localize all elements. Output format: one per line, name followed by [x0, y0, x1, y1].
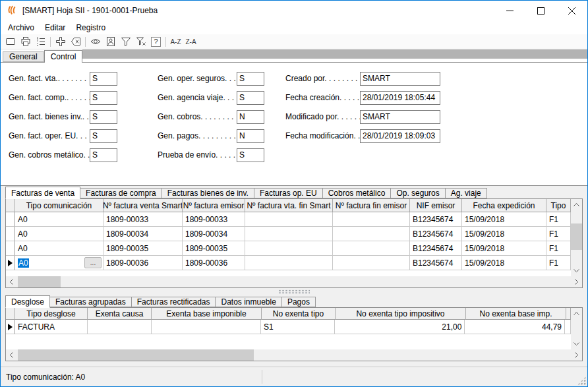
scroll-up-icon[interactable] — [571, 308, 582, 319]
creado-por-input[interactable] — [360, 72, 440, 86]
cell[interactable] — [565, 320, 571, 334]
gen-cobros-input[interactable] — [237, 110, 264, 124]
menu-registro[interactable]: Registro — [71, 22, 111, 34]
row-selector[interactable] — [6, 241, 15, 256]
cell[interactable] — [333, 227, 410, 241]
cell[interactable]: 1809-00035 — [103, 241, 183, 256]
help-icon[interactable]: ? — [148, 35, 163, 49]
column-header[interactable]: Nº factura vta. fin Smart — [245, 199, 333, 212]
table-row-selected[interactable]: A0 ... 1809-00036 1809-00036 B12345674 1… — [6, 256, 571, 270]
cell[interactable]: 15/09/2018 — [462, 241, 546, 256]
table-row-selected[interactable]: FACTURA S1 21,00 44,79 — [6, 320, 571, 334]
close-button[interactable] — [556, 1, 587, 20]
cell-editing[interactable]: A0 ... — [15, 256, 103, 270]
gen-fact-bienes-inv-input[interactable] — [90, 110, 117, 124]
cell[interactable] — [333, 212, 410, 227]
column-header[interactable]: Nº factura emisor — [183, 199, 245, 212]
cell[interactable]: 15/09/2018 — [462, 212, 546, 227]
preview-icon[interactable] — [88, 35, 103, 49]
column-header[interactable]: Nº factura venta Smart — [103, 199, 183, 212]
print-icon[interactable] — [18, 35, 33, 49]
detail-horizontal-scrollbar[interactable] — [6, 349, 582, 361]
gen-fact-comp-input[interactable] — [90, 91, 117, 105]
maximize-button[interactable] — [525, 1, 556, 20]
cell[interactable]: 21,00 — [335, 320, 465, 334]
cell[interactable]: F1 — [546, 227, 571, 241]
gen-cobros-metalico-input[interactable] — [90, 148, 117, 162]
tab-facturas-bienes-de-inv[interactable]: Facturas bienes de inv. — [162, 188, 254, 198]
numbered-list-icon[interactable] — [33, 35, 48, 49]
tab-op-seguros[interactable]: Op. seguros — [390, 188, 445, 198]
gen-fact-vta-input[interactable] — [90, 72, 117, 86]
fecha-modificacion-input[interactable] — [360, 129, 440, 143]
scroll-left-icon[interactable] — [6, 349, 17, 361]
column-header[interactable]: Exenta causa — [88, 308, 152, 320]
scrollbar-thumb[interactable] — [18, 276, 61, 287]
clear-filter-icon[interactable] — [133, 35, 148, 49]
tab-cobros-metalico[interactable]: Cobros metálico — [322, 188, 392, 198]
column-header[interactable]: No exenta tipo — [262, 308, 336, 320]
invoice-vertical-scrollbar[interactable] — [571, 199, 582, 276]
prueba-de-envio-input[interactable] — [237, 148, 264, 162]
tab-facturas-de-venta[interactable]: Facturas de venta — [5, 187, 80, 199]
row-selector[interactable] — [6, 320, 15, 334]
cell[interactable]: F1 — [546, 256, 571, 270]
add-record-icon[interactable] — [53, 35, 68, 49]
scroll-up-icon[interactable] — [571, 199, 582, 210]
gen-agencia-viaje-input[interactable] — [237, 91, 264, 105]
cell[interactable]: FACTURA — [15, 320, 88, 334]
delete-record-icon[interactable] — [68, 35, 83, 49]
cell[interactable]: 1809-00034 — [183, 227, 245, 241]
cell[interactable]: F1 — [546, 241, 571, 256]
cell[interactable]: 1809-00036 — [183, 256, 245, 270]
scrollbar-thumb[interactable] — [571, 223, 582, 250]
cell[interactable]: 1809-00036 — [103, 256, 183, 270]
column-header[interactable]: No exenta tipo impositivo — [336, 308, 466, 320]
row-selector[interactable] — [6, 227, 15, 241]
detail-vertical-scrollbar[interactable] — [571, 308, 582, 349]
cell-ellipsis-button[interactable]: ... — [84, 257, 102, 268]
splitter-handle[interactable] — [1, 288, 587, 295]
cell[interactable]: B12345674 — [410, 241, 462, 256]
scroll-down-icon[interactable] — [571, 338, 582, 349]
table-row[interactable]: A0 1809-00034 1809-00034 B12345674 15/09… — [6, 227, 571, 241]
sort-desc-icon[interactable]: Z-A — [183, 35, 198, 49]
cell[interactable] — [333, 256, 410, 270]
invoice-horizontal-scrollbar[interactable] — [6, 276, 582, 287]
cell[interactable]: 1809-00035 — [183, 241, 245, 256]
cell[interactable] — [245, 227, 333, 241]
tab-facturas-op-eu[interactable]: Facturas op. EU — [254, 188, 323, 198]
cell[interactable] — [245, 241, 333, 256]
cell[interactable] — [152, 320, 262, 334]
scroll-down-icon[interactable] — [571, 265, 582, 276]
column-header[interactable]: NIF emisor — [410, 199, 462, 212]
cell[interactable]: A0 — [15, 212, 103, 227]
minimize-button[interactable] — [494, 1, 525, 20]
tab-control[interactable]: Control — [44, 50, 83, 63]
cell[interactable]: B12345674 — [410, 212, 462, 227]
filter-icon[interactable] — [118, 35, 133, 49]
resize-grip-icon[interactable] — [577, 376, 586, 385]
cell[interactable] — [245, 212, 333, 227]
cell[interactable]: S1 — [261, 320, 335, 334]
column-header[interactable]: Exenta base imponible — [152, 308, 262, 320]
cell[interactable]: B12345674 — [410, 227, 462, 241]
table-row[interactable]: A0 1809-00033 1809-00033 B12345674 15/09… — [6, 212, 571, 227]
column-header[interactable]: No exenta base imp. — [466, 308, 566, 320]
tab-facturas-agrupadas[interactable]: Facturas agrupadas — [49, 297, 132, 307]
tab-ag-viaje[interactable]: Ag. viaje — [445, 188, 487, 198]
cell[interactable]: B12345674 — [410, 256, 462, 270]
column-header[interactable]: Fecha expedición — [462, 199, 546, 212]
cell[interactable] — [88, 320, 152, 334]
cell[interactable]: 15/09/2018 — [462, 227, 546, 241]
scrollbar-thumb[interactable] — [18, 349, 254, 361]
scroll-right-icon[interactable] — [571, 349, 582, 361]
row-selector[interactable] — [6, 212, 15, 227]
modificado-por-input[interactable] — [360, 110, 440, 124]
cell[interactable] — [333, 241, 410, 256]
window-icon[interactable] — [3, 35, 18, 49]
tab-pagos[interactable]: Pagos — [281, 297, 316, 307]
tab-facturas-de-compra[interactable]: Facturas de compra — [80, 188, 162, 198]
scroll-right-icon[interactable] — [571, 276, 582, 287]
tab-desglose[interactable]: Desglose — [5, 295, 50, 308]
